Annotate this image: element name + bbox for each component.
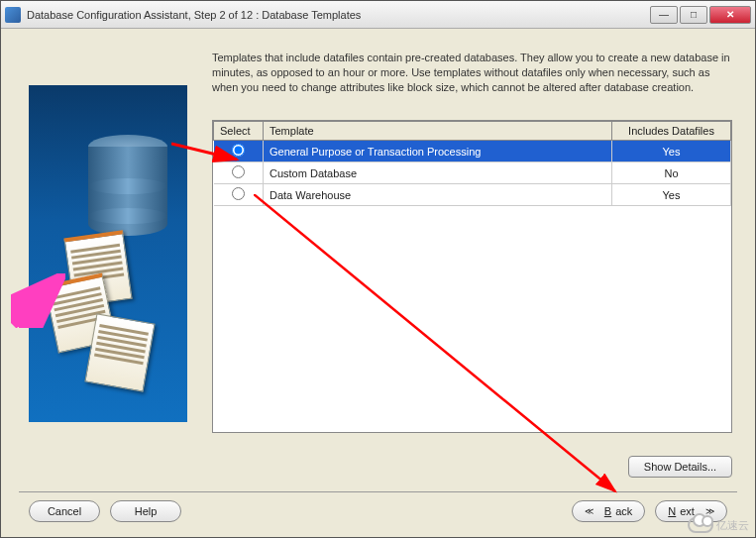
table-row[interactable]: General Purpose or Transaction Processin… (214, 141, 731, 162)
templates-table-wrap: Select Template Includes Datafiles Gener… (212, 120, 732, 433)
cloud-icon (688, 517, 713, 533)
show-details-button[interactable]: Show Details... (628, 456, 732, 478)
content-area: Templates that include datafiles contain… (19, 41, 737, 483)
next-label: ext (680, 505, 695, 517)
description-text: Templates that include datafiles contain… (212, 51, 732, 95)
template-radio[interactable] (232, 187, 245, 200)
template-radio[interactable] (232, 165, 245, 178)
table-row[interactable]: Data Warehouse Yes (214, 184, 731, 206)
template-name: General Purpose or Transaction Processin… (264, 141, 612, 162)
database-cylinder-icon (88, 135, 167, 244)
col-includes: Includes Datafiles (612, 122, 731, 141)
includes-datafiles: No (612, 162, 731, 184)
document-icon (84, 313, 155, 391)
watermark: 亿速云 (688, 517, 749, 533)
cancel-button[interactable]: Cancel (29, 500, 100, 522)
window-title: Database Configuration Assistant, Step 2… (27, 9, 650, 21)
window-controls: — □ ✕ (650, 6, 751, 24)
template-name: Custom Database (264, 162, 612, 184)
col-template: Template (264, 122, 612, 141)
includes-datafiles: Yes (612, 141, 731, 162)
dbca-window: Database Configuration Assistant, Step 2… (0, 0, 756, 538)
close-button[interactable]: ✕ (709, 6, 751, 24)
table-row[interactable]: Custom Database No (214, 162, 731, 184)
minimize-button[interactable]: — (650, 6, 678, 24)
help-button[interactable]: Help (110, 500, 181, 522)
template-radio[interactable] (232, 144, 245, 157)
maximize-button[interactable]: □ (680, 6, 707, 24)
chevron-left-icon: ≪ (585, 506, 594, 516)
back-button[interactable]: ≪ Back (572, 500, 646, 522)
col-select: Select (214, 122, 264, 141)
app-icon (5, 7, 21, 23)
includes-datafiles: Yes (612, 184, 731, 206)
titlebar[interactable]: Database Configuration Assistant, Step 2… (1, 1, 755, 29)
templates-table: Select Template Includes Datafiles Gener… (213, 121, 731, 206)
side-illustration (29, 85, 187, 422)
template-name: Data Warehouse (264, 184, 612, 206)
back-label: ack (615, 505, 632, 517)
bottom-bar: Cancel Help ≪ Back Next ≫ Finish (19, 491, 737, 525)
